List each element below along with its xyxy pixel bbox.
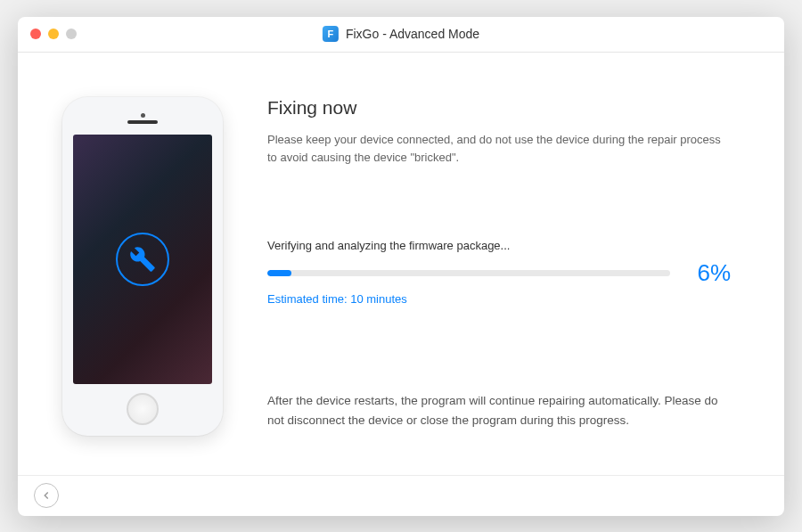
app-window: F FixGo - Advanced Mode Fixing now [18, 17, 784, 516]
back-button[interactable] [34, 483, 59, 508]
description-text: Please keep your device connected, and d… [267, 131, 731, 168]
device-illustration-column [53, 97, 232, 457]
app-icon: F [323, 26, 339, 42]
speaker-slot-icon [127, 120, 158, 124]
traffic-lights [30, 29, 77, 39]
arrow-left-icon [40, 489, 53, 502]
main-column: Fixing now Please keep your device conne… [267, 97, 749, 457]
footer-bar [18, 475, 784, 516]
titlebar: F FixGo - Advanced Mode [18, 17, 784, 53]
progress-bar [267, 270, 670, 276]
title-center: F FixGo - Advanced Mode [323, 26, 479, 42]
home-button-icon [127, 393, 159, 425]
close-window-button[interactable] [30, 29, 41, 39]
phone-illustration [62, 97, 223, 436]
minimize-window-button[interactable] [48, 29, 59, 39]
phone-screen [73, 135, 212, 384]
zoom-window-button[interactable] [66, 29, 77, 39]
camera-dot-icon [141, 113, 145, 118]
phone-top [73, 108, 212, 129]
app-icon-letter: F [328, 29, 334, 39]
page-title: Fixing now [267, 97, 731, 119]
wrench-icon [116, 233, 169, 286]
progress-percent: 6% [686, 259, 731, 287]
window-title: FixGo - Advanced Mode [346, 27, 479, 41]
estimated-time: Estimated time: 10 minutes [267, 292, 731, 306]
progress-row: 6% [267, 259, 731, 287]
status-text: Verifying and analyzing the firmware pac… [267, 239, 731, 252]
footer-note: After the device restarts, the program w… [267, 391, 731, 456]
content-area: Fixing now Please keep your device conne… [18, 53, 784, 475]
progress-fill [267, 270, 291, 276]
